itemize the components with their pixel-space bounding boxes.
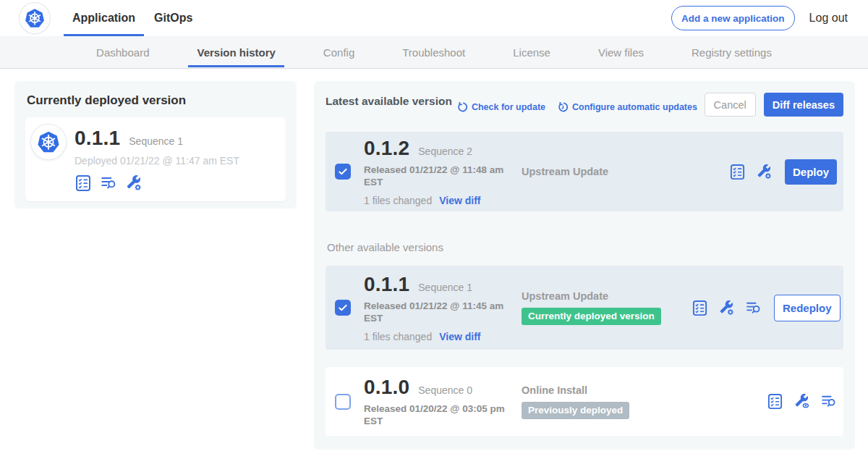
sequence-label: Sequence 1	[418, 282, 472, 293]
check-for-update-label: Check for update	[472, 102, 545, 112]
deploy-button[interactable]: Deploy	[785, 159, 837, 185]
version-row-0-1-1: 0.1.1 Sequence 1 Released 01/21/22 @ 11:…	[326, 266, 843, 350]
version-source-label: Upstream Update	[522, 290, 692, 302]
redeploy-button[interactable]: Redeploy	[774, 295, 841, 321]
release-notes-icon[interactable]	[729, 164, 746, 180]
add-new-application-button[interactable]: Add a new application	[671, 6, 795, 30]
version-checkbox-0-1-2[interactable]	[335, 164, 351, 180]
sequence-label: Sequence 0	[418, 384, 472, 396]
refresh-icon	[456, 101, 468, 113]
header-tab-application-label: Application	[72, 12, 135, 25]
header-tab-gitops-label: GitOps	[154, 12, 192, 25]
release-notes-icon[interactable]	[75, 174, 92, 192]
version-number: 0.1.2	[364, 137, 409, 160]
view-files-icon[interactable]	[100, 174, 117, 192]
header-tab-application[interactable]: Application	[64, 0, 144, 36]
view-files-icon[interactable]	[820, 393, 837, 410]
release-notes-icon[interactable]	[692, 300, 708, 316]
subnav-item-view-files[interactable]: View files	[590, 36, 652, 68]
subnav-item-version-history[interactable]: Version history	[188, 36, 284, 68]
version-source-label: Upstream Update	[522, 166, 692, 177]
view-files-icon[interactable]	[745, 300, 762, 316]
deployed-timestamp: Deployed 01/21/22 @ 11:47 am EST	[75, 155, 239, 167]
released-timestamp: Released 01/21/22 @ 11:45 am EST	[364, 300, 522, 324]
version-row-0-1-0: 0.1.0 Sequence 0 Released 01/20/22 @ 03:…	[326, 367, 843, 436]
released-timestamp: Released 01/21/22 @ 11:48 am EST	[364, 164, 522, 188]
latest-available-title: Latest available version	[326, 95, 452, 108]
files-changed-label: 1 files changed	[364, 195, 432, 206]
sequence-label: Sequence 2	[418, 146, 472, 157]
app-icon	[31, 125, 66, 159]
configure-automatic-updates-label: Configure automatic updates	[572, 102, 697, 112]
deployed-version-tile: 0.1.1 Sequence 1 Deployed 01/21/22 @ 11:…	[25, 117, 286, 201]
subnav-item-dashboard[interactable]: Dashboard	[88, 36, 158, 68]
deployed-version-number: 0.1.1	[75, 127, 120, 150]
version-number: 0.1.1	[364, 273, 409, 296]
configure-automatic-updates-link[interactable]: Configure automatic updates	[557, 101, 697, 113]
edit-config-icon[interactable]	[718, 300, 735, 316]
version-checkbox-0-1-1[interactable]	[335, 300, 351, 316]
app-header: Application GitOps Add a new application…	[0, 0, 868, 36]
subnav-item-license[interactable]: License	[504, 36, 559, 68]
diff-releases-button[interactable]: Diff releases	[764, 93, 843, 117]
version-checkbox-0-1-0[interactable]	[335, 394, 351, 410]
view-diff-link[interactable]: View diff	[439, 331, 480, 342]
subnav-item-config[interactable]: Config	[315, 36, 363, 68]
cancel-button[interactable]: Cancel	[705, 93, 756, 117]
released-timestamp: Released 01/20/22 @ 03:05 pm EST	[364, 403, 522, 426]
version-row-0-1-2: 0.1.2 Sequence 2 Released 01/21/22 @ 11:…	[326, 132, 843, 211]
auto-update-icon	[557, 101, 569, 113]
check-for-update-link[interactable]: Check for update	[456, 101, 545, 113]
deployed-sequence-label: Sequence 1	[129, 135, 183, 147]
view-diff-link[interactable]: View diff	[439, 195, 480, 206]
currently-deployed-badge: Currently deployed version	[522, 308, 661, 325]
kubernetes-logo	[20, 3, 50, 33]
logout-link[interactable]: Log out	[809, 12, 848, 25]
other-versions-title: Other available versions	[327, 241, 843, 253]
version-history-panel: Latest available version Check for updat…	[314, 81, 855, 450]
files-changed-label: 1 files changed	[364, 331, 432, 342]
subnav-item-troubleshoot[interactable]: Troubleshoot	[393, 36, 474, 68]
version-number: 0.1.0	[364, 376, 409, 399]
edit-config-icon[interactable]	[756, 164, 773, 180]
currently-deployed-title: Currently deployed version	[27, 93, 286, 108]
edit-config-icon[interactable]	[125, 174, 142, 192]
view-config-icon[interactable]	[793, 393, 810, 410]
currently-deployed-card: Currently deployed version 0.1.1 Sequenc…	[14, 81, 297, 209]
app-subnav: Dashboard Version history Config Trouble…	[0, 36, 868, 69]
previously-deployed-badge: Previously deployed	[522, 402, 629, 419]
header-tab-gitops[interactable]: GitOps	[145, 0, 201, 36]
version-source-label: Online Install	[522, 384, 692, 396]
release-notes-icon[interactable]	[767, 393, 783, 410]
subnav-item-registry-settings[interactable]: Registry settings	[683, 36, 780, 68]
